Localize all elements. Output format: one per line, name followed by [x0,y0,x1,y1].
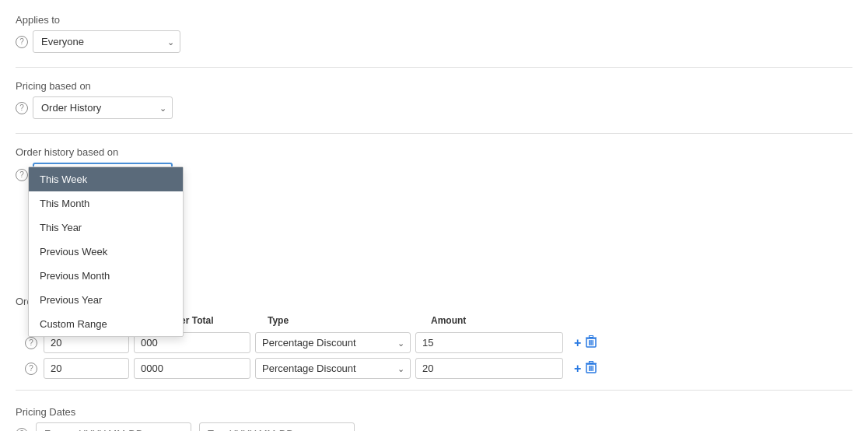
pricing-dates-help-icon[interactable]: ? [16,428,28,432]
pricing-based-on-select[interactable]: Order History Customer Group Manual [33,96,173,119]
row2-max-input[interactable] [134,358,250,379]
row1-help-icon[interactable]: ? [25,337,37,349]
pricing-dates-row: ? [16,422,852,431]
dropdown-item-this-year[interactable]: This Year [29,216,183,240]
row2-type-select[interactable]: Percentage Discount Fixed Amount Discoun… [255,358,411,379]
dropdown-item-prev-month[interactable]: Previous Month [29,264,183,288]
order-history-help-icon[interactable]: ? [16,169,28,181]
table-row: ? Percentage Discount Fixed Amount Disco… [16,358,852,379]
row1-type-wrapper: Percentage Discount Fixed Amount Discoun… [255,332,411,353]
order-history-based-on-label: Order history based on [16,146,852,158]
applies-to-label: Applies to [16,14,852,26]
svg-rect-11 [590,362,593,363]
row2-delete-button[interactable] [586,361,597,376]
order-history-dropdown: This Week This Month This Year Previous … [28,166,184,337]
pricing-based-on-label: Pricing based on [16,80,852,92]
applies-to-section: Applies to ? Everyone Specific Customers… [16,14,852,53]
dropdown-item-prev-year[interactable]: Previous Year [29,288,183,312]
pricing-dates-label: Pricing Dates [16,406,852,418]
svg-rect-7 [589,366,590,371]
pricing-based-on-select-wrapper: Order History Customer Group Manual ⌄ [33,96,173,119]
pricing-based-on-section: Pricing based on ? Order History Custome… [16,80,852,119]
pricing-dates-to-input[interactable] [199,422,355,431]
row1-actions: + [574,335,597,350]
svg-rect-2 [591,340,593,345]
pricing-based-on-row: ? Order History Customer Group Manual ⌄ [16,96,852,119]
svg-rect-1 [589,340,590,345]
row2-min-input[interactable] [44,358,129,379]
row1-add-button[interactable]: + [574,336,581,350]
divider-2 [16,133,852,134]
pricing-based-on-help-icon[interactable]: ? [16,102,28,114]
divider-1 [16,67,852,68]
svg-rect-3 [593,340,594,345]
applies-to-select[interactable]: Everyone Specific Customers Customer Gro… [33,30,180,53]
dropdown-item-prev-week[interactable]: Previous Week [29,240,183,264]
applies-to-row: ? Everyone Specific Customers Customer G… [16,30,852,53]
row2-actions: + [574,361,597,376]
col-header-type: Type [261,312,425,329]
page-container: Applies to ? Everyone Specific Customers… [0,0,868,431]
pricing-dates-from-input[interactable] [36,422,191,431]
svg-rect-9 [593,366,594,371]
row1-help-wrapper: ? [16,337,44,349]
row2-add-button[interactable]: + [574,362,581,376]
applies-to-help-icon[interactable]: ? [16,36,28,48]
dropdown-item-custom-range[interactable]: Custom Range [29,312,183,336]
svg-rect-8 [591,366,593,371]
row1-delete-button[interactable] [586,335,597,350]
svg-rect-5 [590,336,593,338]
dropdown-item-this-month[interactable]: This Month [29,191,183,216]
applies-to-select-wrapper: Everyone Specific Customers Customer Gro… [33,30,180,53]
pricing-dates-section: Pricing Dates ? [16,406,852,431]
dropdown-item-this-week[interactable]: This Week [29,167,183,191]
row2-help-wrapper: ? [16,363,44,375]
col-header-amount: Amount [425,312,580,329]
row1-type-select[interactable]: Percentage Discount Fixed Amount Discoun… [255,332,411,353]
divider-3 [16,390,852,391]
row2-help-icon[interactable]: ? [25,363,37,375]
row1-amount-input[interactable] [415,332,563,353]
row2-amount-input[interactable] [415,358,563,379]
row2-type-wrapper: Percentage Discount Fixed Amount Discoun… [255,358,411,379]
